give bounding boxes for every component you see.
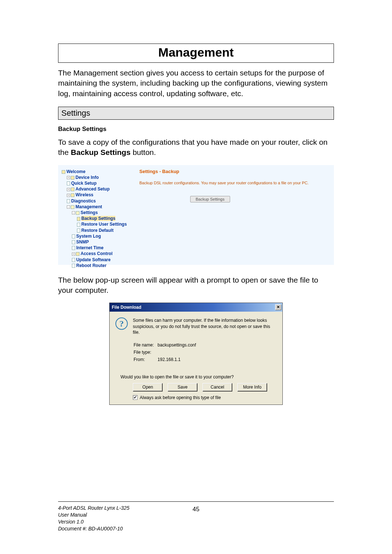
footer-docnum: Document #: BD-AU0007-10	[58, 525, 334, 532]
from-label: From:	[134, 356, 157, 363]
section-heading: Settings	[58, 107, 334, 120]
tree-restore-default[interactable]: Restore Default	[77, 227, 131, 233]
dialog-titlebar: File Download ✕	[110, 303, 282, 312]
tree-wireless[interactable]: +Wireless	[67, 192, 131, 198]
tree-advanced-setup[interactable]: +Advanced Setup	[67, 186, 131, 192]
tree-restore-user[interactable]: Restore User Settings	[77, 221, 131, 227]
tree-snmp[interactable]: SNMP	[72, 239, 131, 245]
body1-bold: Backup Settings	[71, 148, 131, 156]
backup-settings-button[interactable]: Backup Settings	[190, 196, 230, 202]
cancel-button[interactable]: Cancel	[203, 383, 232, 391]
page-icon	[72, 234, 75, 238]
page-icon	[77, 217, 80, 221]
page-footer: 4-Port ADSL Router Lynx L-325 User Manua…	[58, 501, 334, 532]
more-info-button[interactable]: More Info	[237, 383, 267, 391]
tree-welcome[interactable]: Welcome	[62, 169, 131, 175]
footer-version: Version 1.0	[58, 518, 334, 525]
page-icon	[72, 246, 75, 250]
folder-icon	[71, 193, 74, 197]
folder-open-icon	[71, 205, 74, 209]
tree-management[interactable]: -Management	[67, 204, 131, 210]
filetype-label: File type:	[134, 349, 157, 356]
page-icon	[72, 264, 75, 268]
body-paragraph-2: The below pop-up screen will appear with…	[58, 275, 334, 296]
body1-suffix: button.	[131, 148, 156, 156]
save-button[interactable]: Save	[168, 383, 197, 391]
expand-icon[interactable]: +	[67, 194, 70, 197]
expand-icon[interactable]: +	[67, 188, 70, 191]
filetype-value	[158, 349, 199, 356]
tree-settings[interactable]: -Settings	[72, 210, 131, 216]
question-icon: ?	[115, 317, 128, 330]
tree-device-info[interactable]: +Device Info	[67, 175, 131, 180]
folder-icon	[71, 188, 74, 191]
tree-update-software[interactable]: Update Software	[72, 257, 131, 263]
subsection-heading: Backup Settings	[58, 126, 334, 133]
book-icon	[62, 170, 65, 174]
expand-icon[interactable]: +	[72, 253, 75, 256]
filename-value: backupsettings.conf	[158, 342, 199, 348]
page-icon	[77, 223, 80, 227]
tree-quick-setup[interactable]: Quick Setup	[67, 180, 131, 186]
tree-internet-time[interactable]: Internet Time	[72, 245, 131, 251]
page-title: Management	[58, 44, 334, 62]
tree-backup-settings[interactable]: Backup Settings	[77, 216, 131, 221]
folder-open-icon	[76, 211, 79, 215]
expand-icon[interactable]: +	[67, 176, 70, 179]
page-icon	[67, 199, 70, 203]
collapse-icon[interactable]: -	[67, 205, 70, 209]
page-icon	[72, 258, 75, 262]
page-icon	[77, 229, 80, 233]
filename-label: File name:	[134, 342, 157, 348]
from-value: 192.168.1.1	[158, 356, 199, 363]
tree-reboot-router[interactable]: Reboot Router	[72, 263, 131, 268]
body-paragraph-1: To save a copy of the configurations tha…	[58, 137, 334, 158]
page-icon	[67, 181, 70, 185]
tree-access-control[interactable]: +Access Control	[72, 251, 131, 257]
dialog-file-info: File name:backupsettings.conf File type:…	[133, 341, 277, 364]
folder-icon	[76, 252, 79, 256]
tree-diagnostics[interactable]: Diagnostics	[67, 198, 131, 204]
collapse-icon[interactable]: -	[72, 211, 75, 214]
page-title-box: Management	[58, 44, 334, 63]
always-ask-checkbox[interactable]: ✔	[133, 395, 138, 400]
nav-tree: Welcome +Device Info Quick Setup +Advanc…	[62, 169, 131, 261]
panel-description: Backup DSL router configurations. You ma…	[139, 181, 330, 185]
file-download-dialog: File Download ✕ ? Some files can harm yo…	[109, 303, 283, 405]
tree-system-log[interactable]: System Log	[72, 233, 131, 239]
page-icon	[72, 240, 75, 244]
dialog-prompt: Would you like to open the file or save …	[121, 374, 277, 379]
folder-icon	[71, 176, 74, 180]
panel-title: Settings - Backup	[139, 169, 330, 174]
always-ask-label: Always ask before opening this type of f…	[140, 395, 221, 400]
dialog-title: File Download	[112, 305, 141, 310]
router-main-panel: Settings - Backup Backup DSL router conf…	[139, 169, 330, 261]
open-button[interactable]: Open	[133, 383, 163, 391]
close-icon[interactable]: ✕	[275, 304, 281, 310]
intro-paragraph: The Management section gives you access …	[58, 68, 334, 99]
page-number: 45	[58, 506, 334, 513]
router-ui-screenshot: Welcome +Device Info Quick Setup +Advanc…	[58, 165, 334, 265]
dialog-warning: Some files can harm your computer. If th…	[133, 317, 277, 335]
